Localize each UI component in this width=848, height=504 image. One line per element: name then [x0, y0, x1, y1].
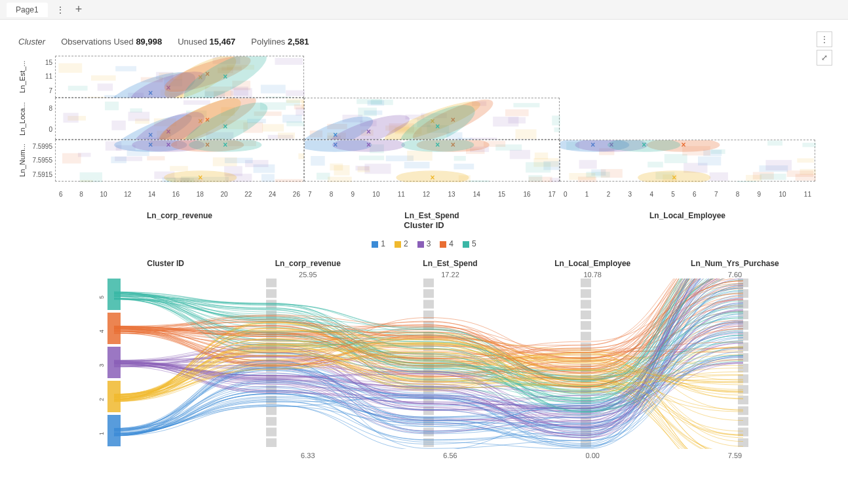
- matrix-cell[interactable]: ×××××: [560, 140, 815, 182]
- col-axis-label: Ln_Local_Employee: [560, 211, 815, 220]
- svg-text:×: ×: [435, 122, 440, 131]
- svg-rect-229: [601, 169, 623, 178]
- svg-rect-227: [737, 181, 756, 182]
- svg-rect-104: [505, 109, 529, 116]
- pc-axis-max: 7.60: [664, 271, 806, 279]
- pc-axis-min: 6.56: [379, 452, 521, 459]
- svg-rect-142: [62, 153, 81, 164]
- tab-page1[interactable]: Page1: [7, 3, 48, 17]
- pc-axis-header: Cluster ID: [94, 259, 237, 268]
- svg-rect-21: [261, 85, 286, 93]
- svg-text:×: ×: [198, 173, 202, 182]
- svg-rect-98: [364, 111, 383, 115]
- col-axis-label: Ln_corp_revenue: [55, 211, 304, 220]
- svg-rect-226: [760, 174, 786, 180]
- row-axis-label: Ln_Num...: [16, 140, 26, 182]
- svg-rect-188: [535, 153, 548, 159]
- svg-rect-251: [266, 289, 277, 298]
- svg-rect-168: [453, 164, 474, 170]
- svg-rect-225: [765, 160, 792, 170]
- parallel-coords-chart[interactable]: 54321: [94, 279, 763, 449]
- svg-rect-207: [711, 149, 725, 154]
- matrix-cell[interactable]: ×××××: [304, 140, 560, 182]
- obs-unused: Unused 15,467: [178, 37, 235, 47]
- svg-rect-147: [80, 172, 102, 182]
- svg-rect-202: [647, 162, 663, 168]
- legend-item[interactable]: 4: [440, 239, 453, 248]
- pc-axis-min: 7.59: [664, 452, 806, 459]
- svg-text:×: ×: [223, 122, 227, 131]
- svg-rect-14: [68, 86, 88, 90]
- svg-rect-303: [738, 332, 748, 340]
- legend-item[interactable]: 5: [463, 239, 476, 248]
- svg-rect-174: [328, 177, 352, 182]
- tab-menu-icon[interactable]: ⋮: [50, 5, 70, 15]
- svg-text:×: ×: [223, 140, 227, 149]
- svg-rect-56: [111, 121, 125, 130]
- summary-header: Cluster Observations Used 89,998 Unused …: [16, 31, 832, 56]
- svg-rect-16: [286, 90, 305, 96]
- svg-rect-106: [552, 115, 560, 125]
- svg-rect-164: [404, 162, 430, 168]
- svg-rect-280: [423, 428, 434, 436]
- svg-text:×: ×: [672, 173, 676, 182]
- svg-rect-162: [359, 155, 384, 160]
- svg-rect-136: [170, 166, 188, 171]
- svg-rect-24: [234, 88, 252, 98]
- pc-axis-header: Ln_corp_revenue: [237, 259, 379, 268]
- svg-rect-309: [738, 396, 748, 404]
- svg-rect-222: [710, 172, 728, 181]
- matrix-cell[interactable]: ×××××: [304, 98, 560, 140]
- svg-text:5: 5: [98, 296, 105, 299]
- svg-text:×: ×: [223, 72, 227, 81]
- svg-rect-102: [493, 117, 518, 126]
- svg-rect-214: [579, 160, 597, 168]
- svg-rect-265: [266, 438, 277, 447]
- svg-rect-223: [803, 143, 816, 147]
- svg-rect-149: [77, 182, 98, 182]
- svg-rect-69: [63, 113, 78, 123]
- pc-axis-max: 10.78: [522, 271, 664, 279]
- svg-rect-22: [91, 75, 116, 81]
- matrix-cell[interactable]: ×××××: [55, 56, 304, 98]
- svg-rect-177: [454, 156, 466, 161]
- legend-item[interactable]: 1: [372, 239, 385, 248]
- svg-rect-181: [311, 156, 325, 166]
- svg-rect-45: [183, 100, 210, 105]
- svg-rect-264: [266, 428, 277, 436]
- svg-rect-262: [266, 406, 277, 415]
- pc-axis-min: 6.33: [237, 452, 379, 459]
- matrix-cell[interactable]: ×××××: [55, 140, 304, 182]
- chart-controls: ⋮ ⤢: [817, 31, 832, 68]
- legend-item[interactable]: 2: [395, 239, 408, 248]
- svg-rect-287: [581, 332, 591, 340]
- svg-text:×: ×: [681, 140, 685, 149]
- pc-axis-min: [94, 452, 237, 459]
- more-options-icon[interactable]: ⋮: [817, 31, 832, 47]
- svg-rect-267: [423, 289, 434, 298]
- svg-rect-311: [738, 417, 748, 425]
- scatter-matrix: Ln_Est_...15117×××××Ln_Loca...80××××××××…: [16, 56, 832, 220]
- pc-axis-header: Ln_Num_Yrs_Purchase: [664, 259, 806, 268]
- expand-icon[interactable]: ⤢: [817, 50, 832, 66]
- matrix-cell[interactable]: ×××××: [55, 98, 304, 140]
- svg-rect-12: [98, 83, 113, 90]
- pc-axis-header: Ln_Est_Spend: [379, 259, 521, 268]
- svg-text:×: ×: [366, 140, 371, 149]
- obs-used: Observations Used 89,998: [61, 37, 162, 47]
- add-tab-icon[interactable]: +: [70, 3, 88, 16]
- svg-text:4: 4: [98, 330, 105, 333]
- svg-rect-148: [225, 158, 253, 163]
- legend-title: Cluster ID: [16, 220, 832, 230]
- svg-rect-96: [513, 103, 539, 107]
- pc-axis-max: [94, 271, 237, 279]
- svg-rect-313: [738, 438, 748, 447]
- legend-item[interactable]: 3: [417, 239, 431, 248]
- svg-rect-103: [516, 129, 537, 139]
- svg-rect-130: [147, 156, 164, 160]
- svg-rect-250: [266, 279, 277, 287]
- col-axis-ticks: 7891011121314151617: [304, 189, 560, 199]
- row-axis-ticks: 15117: [26, 56, 55, 98]
- svg-rect-179: [528, 175, 542, 182]
- svg-rect-285: [581, 311, 591, 319]
